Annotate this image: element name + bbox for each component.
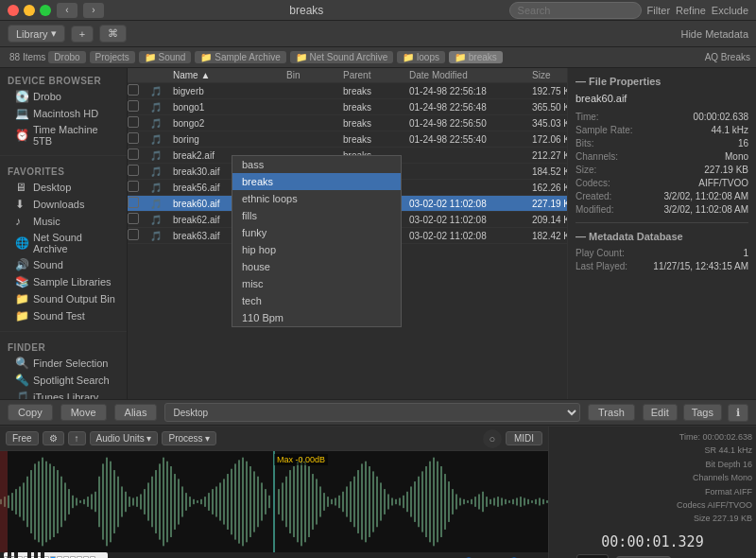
- add-button[interactable]: +: [71, 26, 94, 43]
- back-button[interactable]: ‹: [57, 3, 77, 18]
- move-button[interactable]: Move: [60, 404, 107, 421]
- waveform-svg: [0, 451, 548, 552]
- piano-mini: (C): [4, 552, 108, 558]
- row-checkbox[interactable]: [128, 181, 139, 192]
- waveform-circle-btn[interactable]: ○: [483, 429, 502, 448]
- row-checkbox[interactable]: [128, 116, 139, 128]
- row-checkbox[interactable]: [128, 213, 139, 224]
- minimize-button[interactable]: [24, 5, 35, 16]
- row-checkbox[interactable]: [128, 148, 139, 160]
- audio-units-button[interactable]: Audio Units ▾: [90, 431, 159, 445]
- svg-rect-114: [433, 458, 435, 547]
- sidebar-item-downloads[interactable]: ⬇Downloads: [0, 196, 127, 213]
- svg-rect-123: [467, 500, 469, 503]
- svg-rect-130: [493, 497, 495, 505]
- dropdown-item-fills[interactable]: fills: [232, 207, 401, 224]
- row-checkbox[interactable]: [128, 165, 139, 176]
- sidebar-item-sound[interactable]: 🔊Sound: [0, 256, 127, 273]
- copy-button[interactable]: Copy: [8, 404, 53, 421]
- breadcrumb-drobo[interactable]: Drobo: [48, 51, 85, 63]
- table-row[interactable]: 🎵 bigverb breaks 01-24-98 22:56:18 192.7…: [128, 83, 567, 99]
- row-checkbox[interactable]: [128, 197, 139, 208]
- sidebar-item-time-machine[interactable]: ⏰Time Machine 5TB: [0, 122, 127, 148]
- midi-button[interactable]: MIDI: [506, 431, 542, 445]
- prop-codecs: Codecs: AIFF/TVOO: [576, 178, 748, 188]
- breadcrumb-breaks[interactable]: 📁 breaks: [449, 51, 503, 63]
- sidebar-item-drobo[interactable]: 💽Drobo: [0, 88, 127, 105]
- refine-button[interactable]: Refine: [676, 5, 706, 16]
- search-input[interactable]: [509, 2, 642, 19]
- file-size: 182.42 KB: [528, 231, 567, 241]
- dropdown-item-bass[interactable]: bass: [232, 156, 401, 173]
- svg-rect-73: [278, 489, 280, 514]
- sidebar-item-sample-libraries[interactable]: 📚Sample Libraries: [0, 273, 127, 290]
- desktop-icon: 🖥: [15, 181, 28, 194]
- itunes-icon: 🎵: [15, 391, 28, 399]
- close-button[interactable]: [8, 5, 19, 16]
- alias-button[interactable]: Alias: [114, 404, 158, 421]
- svg-rect-103: [391, 497, 393, 505]
- table-row[interactable]: 🎵 bongo2 breaks 01-24-98 22:56:50 345.03…: [128, 115, 567, 131]
- row-checkbox[interactable]: [128, 100, 139, 112]
- svg-rect-21: [76, 497, 77, 505]
- col-name-header[interactable]: Name ▲: [169, 70, 283, 80]
- svg-rect-142: [539, 497, 541, 505]
- dropdown-item-hip-hop[interactable]: hip hop: [232, 241, 401, 258]
- info-button[interactable]: ℹ: [728, 404, 748, 422]
- waveform-canvas[interactable]: Max -0.00dB: [0, 451, 548, 552]
- exclude-button[interactable]: Exclude: [712, 5, 748, 16]
- dropdown-item-house[interactable]: house: [232, 258, 401, 275]
- sidebar-item-music[interactable]: ♪Music: [0, 213, 127, 230]
- svg-rect-105: [399, 497, 401, 505]
- dropdown-item-breaks[interactable]: breaks: [232, 173, 401, 190]
- tags-button[interactable]: Tags: [683, 404, 722, 421]
- tag-button[interactable]: ⌘: [99, 25, 127, 43]
- col-date-header[interactable]: Date Modified: [405, 70, 528, 80]
- svg-rect-132: [501, 497, 503, 505]
- row-checkbox[interactable]: [128, 132, 139, 144]
- table-row[interactable]: 🎵 bongo1 breaks 01-24-98 22:56:48 365.50…: [128, 99, 567, 115]
- breadcrumb-net-sound-archive[interactable]: 📁 Net Sound Archive: [290, 51, 394, 63]
- sidebar-item-net-sound-archive[interactable]: 🌐Net Sound Archive: [0, 230, 127, 256]
- share-button[interactable]: ↑: [68, 431, 86, 445]
- row-checkbox[interactable]: [128, 229, 139, 240]
- dropdown-item-ethnic-loops[interactable]: ethnic loops: [232, 190, 401, 207]
- trash-button[interactable]: Trash: [588, 404, 635, 421]
- col-parent-header[interactable]: Parent: [339, 70, 405, 80]
- breadcrumb-sound[interactable]: 📁 Sound: [139, 51, 192, 63]
- maximize-button[interactable]: [40, 5, 51, 16]
- dropdown-item-110bpm[interactable]: 110 Bpm: [232, 309, 401, 326]
- sidebar-item-spotlight[interactable]: 🔦Spotlight Search: [0, 372, 127, 389]
- svg-rect-120: [455, 494, 457, 509]
- sidebar-item-sound-test[interactable]: 📁Sound Test: [0, 307, 127, 324]
- dropdown-item-funky[interactable]: funky: [232, 224, 401, 241]
- col-bin-header[interactable]: Bin: [283, 70, 339, 80]
- process-button[interactable]: Process ▾: [162, 431, 216, 445]
- library-button[interactable]: Library ▾: [8, 25, 65, 43]
- breadcrumb-loops[interactable]: 📁 loops: [397, 51, 445, 63]
- forward-button[interactable]: ›: [83, 3, 104, 18]
- breadcrumb-sample-archive[interactable]: 📁 Sample Archive: [195, 51, 285, 63]
- svg-rect-128: [486, 497, 488, 507]
- sidebar-item-finder-selection[interactable]: 🔍Finder Selection: [0, 355, 127, 372]
- hide-metadata-button[interactable]: Hide Metadata: [680, 28, 748, 40]
- dropdown-item-tech[interactable]: tech: [232, 292, 401, 309]
- table-row[interactable]: 🎵 boring breaks 01-24-98 22:55:40 172.06…: [128, 131, 567, 148]
- settings-button[interactable]: ⚙: [43, 431, 64, 445]
- sidebar-item-itunes[interactable]: 🎵iTunes Library: [0, 389, 127, 399]
- row-checkbox[interactable]: [128, 84, 139, 96]
- sidebar-item-macintosh-hd[interactable]: 💻Macintosh HD: [0, 105, 127, 122]
- edit-button[interactable]: Edit: [643, 404, 678, 421]
- svg-rect-124: [471, 499, 472, 504]
- free-button[interactable]: Free: [6, 431, 39, 445]
- breadcrumb-projects[interactable]: Projects: [90, 51, 135, 63]
- sidebar-item-desktop[interactable]: 🖥Desktop: [0, 179, 127, 196]
- svg-rect-135: [512, 499, 514, 504]
- col-size-header[interactable]: Size: [528, 70, 567, 80]
- svg-rect-137: [520, 497, 522, 507]
- svg-rect-3: [8, 496, 9, 508]
- sidebar-item-sound-output-bin[interactable]: 📁Sound Output Bin: [0, 290, 127, 307]
- dropdown-item-misc[interactable]: misc: [232, 275, 401, 292]
- filter-button[interactable]: Filter: [647, 5, 670, 16]
- destination-select[interactable]: Desktop: [164, 403, 580, 422]
